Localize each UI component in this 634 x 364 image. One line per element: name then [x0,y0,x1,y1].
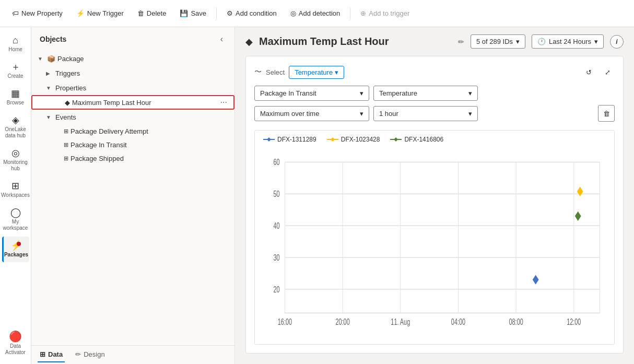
trash-icon: 🗑 [137,9,144,17]
property-type-dropdown[interactable]: Temperature ▾ [373,86,478,101]
sidebar-item-data-activator[interactable]: 🔴 Data Activator [2,327,29,360]
svg-text:04:00: 04:00 [451,317,465,327]
svg-text:08:00: 08:00 [509,317,523,327]
info-button[interactable]: i [610,35,624,49]
event-source-chevron-icon: ▾ [360,89,363,97]
select-label: Select [266,68,285,76]
filter-delete-button[interactable]: 🗑 [598,105,615,122]
legend-item-dfx3: DFX-1416806 [390,136,443,143]
more-options-icon[interactable]: ··· [218,98,229,107]
time-chevron-icon: ▾ [594,38,598,45]
sidebar-item-monitoring[interactable]: ◎ Monitoring hub [2,144,29,176]
chart-container: DFX-1311289 DFX-1023428 DFX-1416806 [254,130,615,345]
tree-node-triggers[interactable]: ▶ Triggers [31,66,234,80]
sidebar-item-myworkspace[interactable]: ◯ My workspace [2,204,29,236]
add-detection-button[interactable]: ◎ Add detection [285,6,346,21]
time-dropdown[interactable]: 🕐 Last 24 Hours ▾ [532,34,604,49]
aggregation-chevron-icon: ▾ [360,110,363,118]
content-header: ◆ Maximum Temp Last Hour ✏ 5 of 289 IDs … [235,27,634,56]
filter-row-2: Maximum over time ▾ 1 hour ▾ 🗑 [254,105,615,122]
new-property-button[interactable]: 🏷 New Property [6,6,68,21]
chip-chevron-icon: ▾ [335,68,338,76]
property-icon-diamond: ◆ [65,99,70,107]
create-icon: ＋ [11,62,20,72]
tree-collapse-button[interactable]: ‹ [217,33,226,45]
event-icon-2: ⊞ [64,142,68,148]
svg-marker-5 [394,137,398,142]
browse-icon: ▦ [11,89,20,98]
svg-text:60: 60 [273,157,279,167]
main-layout: ⌂ Home ＋ Create ▦ Browse ◈ OneLake data … [0,27,634,364]
svg-text:11. Aug: 11. Aug [391,317,410,327]
tab-data[interactable]: ⊞ Data [38,347,65,362]
svg-text:50: 50 [273,189,279,199]
tag-icon: 🏷 [12,9,19,17]
object-tree-panel: Objects ‹ ▼ 📦 Package ▶ Triggers ▼ Prope… [31,27,235,364]
chart-point-dfx1 [533,275,539,284]
refresh-button[interactable]: ↺ [581,65,596,79]
ids-dropdown[interactable]: 5 of 289 IDs ▾ [471,34,525,49]
separator2 [350,7,350,20]
sidebar: ⌂ Home ＋ Create ▦ Browse ◈ OneLake data … [0,27,31,364]
select-chip-label: Temperature [295,68,333,76]
separator [216,7,217,20]
chevron-down-icon: ▼ [38,56,45,62]
info-icon: i [616,38,617,45]
property-type-label: Temperature [379,89,417,97]
save-icon: 💾 [180,9,188,17]
design-tab-icon: ✏ [75,350,81,358]
legend-line-dfx1 [263,137,275,142]
condition-icon: ⚙ [227,9,233,17]
save-button[interactable]: 💾 Save [174,6,212,21]
svg-text:16:00: 16:00 [278,317,292,327]
new-trigger-button[interactable]: ⚡ New Trigger [71,6,130,21]
svg-marker-3 [331,137,335,142]
data-tab-icon: ⊞ [40,350,45,358]
tree-node-properties[interactable]: ▼ Properties [31,80,234,95]
aggregation-dropdown[interactable]: Maximum over time ▾ [254,106,369,121]
temperature-chip[interactable]: Temperature ▾ [289,66,344,79]
chart-svg: 60 50 40 30 20 16:00 20:00 11. Aug 04:00… [259,146,610,337]
svg-text:12:00: 12:00 [567,317,581,327]
event-source-dropdown[interactable]: Package In Transit ▾ [254,86,369,101]
sidebar-item-onelake[interactable]: ◈ OneLake data hub [2,111,29,143]
objects-title: Objects [40,35,66,43]
legend-item-dfx2: DFX-1023428 [327,136,380,143]
home-icon: ⌂ [13,36,18,45]
time-window-dropdown[interactable]: 1 hour ▾ [373,106,478,121]
add-to-trigger-button[interactable]: ⊕ Add to trigger [355,6,415,21]
lightning-icon: ⚡ [76,9,85,17]
time-window-label: 1 hour [379,110,398,118]
property-card: 〜 Select Temperature ▾ ↺ ⤢ Package In Tr… [245,56,624,354]
sidebar-item-browse[interactable]: ▦ Browse [2,85,29,110]
sidebar-item-packages[interactable]: ⚡ Packages [2,237,29,262]
data-activator-icon: 🔴 [9,331,22,342]
legend-label-dfx2: DFX-1023428 [341,136,380,143]
tab-design[interactable]: ✏ Design [73,347,107,362]
tree-node-max-temp[interactable]: ◆ Maximum Temp Last Hour ··· [31,95,234,110]
sidebar-item-create[interactable]: ＋ Create [2,58,29,84]
tree-node-shipped[interactable]: ⊞ Package Shipped [31,151,234,165]
sidebar-item-workspaces[interactable]: ⊞ Workspaces [2,177,29,203]
detection-icon: ◎ [290,9,296,17]
content-area: ◆ Maximum Temp Last Hour ✏ 5 of 289 IDs … [235,27,634,364]
edit-title-icon[interactable]: ✏ [458,38,464,46]
tree-node-delivery-attempt[interactable]: ⊞ Package Delivery Attempt [31,124,234,138]
delete-button[interactable]: 🗑 Delete [132,6,172,21]
add-condition-button[interactable]: ⚙ Add condition [221,6,283,21]
tree-node-in-transit[interactable]: ⊞ Package In Transit [31,138,234,151]
tree-node-package[interactable]: ▼ 📦 Package [31,51,234,66]
chevron-right-icon: ▶ [46,71,53,76]
svg-text:20:00: 20:00 [336,317,350,327]
sidebar-item-home[interactable]: ⌂ Home [2,31,29,57]
refresh-icon: ↺ [586,68,592,76]
expand-button[interactable]: ⤢ [600,65,615,79]
event-icon-1: ⊞ [64,128,68,135]
chart-point-dfx3 [575,212,581,221]
packages-icon: ⚡ [10,241,22,250]
tree-node-events[interactable]: ▼ Events [31,110,234,124]
chart-plot-area: 60 50 40 30 20 16:00 20:00 11. Aug 04:00… [255,146,614,339]
chart-point-dfx2 [577,187,583,196]
svg-text:30: 30 [273,253,279,263]
onelake-icon: ◈ [12,115,19,125]
